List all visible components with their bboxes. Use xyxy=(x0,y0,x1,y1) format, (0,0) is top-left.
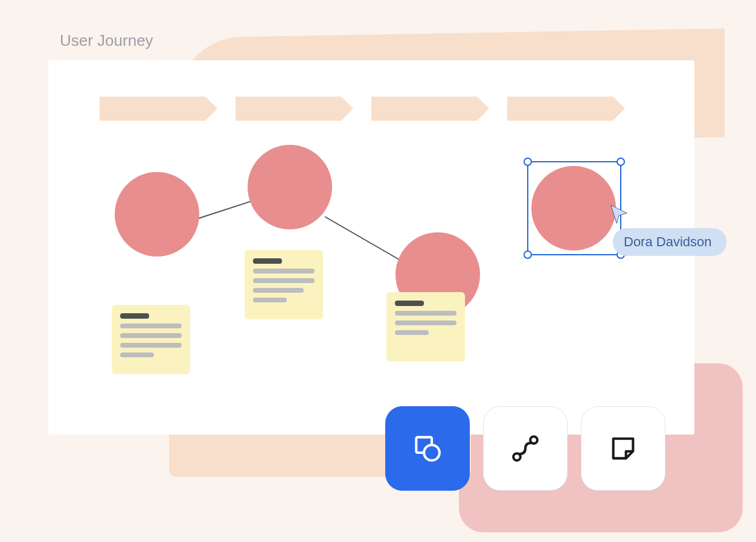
resize-handle-tr[interactable] xyxy=(617,158,625,166)
sticky-tool-button[interactable] xyxy=(581,406,665,491)
collaborator-cursor-icon xyxy=(607,203,630,226)
connector-icon xyxy=(508,432,542,465)
resize-handle-tl[interactable] xyxy=(524,158,532,166)
svg-point-1 xyxy=(424,445,440,461)
shapes-icon xyxy=(411,432,444,465)
connector[interactable] xyxy=(196,199,258,220)
resize-handle-bl[interactable] xyxy=(524,250,532,259)
journey-node[interactable] xyxy=(248,145,332,229)
stage-chevron[interactable] xyxy=(507,97,613,121)
sticky-note-icon xyxy=(606,432,640,465)
collaborator-label: Dora Davidson xyxy=(613,228,726,256)
toolbar xyxy=(385,406,665,491)
stage-chevron[interactable] xyxy=(235,97,341,121)
sticky-note[interactable] xyxy=(245,250,323,319)
sticky-note[interactable] xyxy=(112,305,190,374)
stage-chevron[interactable] xyxy=(371,97,477,121)
page-title: User Journey xyxy=(60,31,153,50)
sticky-note[interactable] xyxy=(386,292,465,362)
journey-node[interactable] xyxy=(115,172,199,257)
stage-chevron[interactable] xyxy=(100,97,205,121)
shapes-tool-button[interactable] xyxy=(385,406,470,491)
canvas[interactable]: Dora Davidson xyxy=(48,60,694,435)
connector-tool-button[interactable] xyxy=(483,406,568,491)
